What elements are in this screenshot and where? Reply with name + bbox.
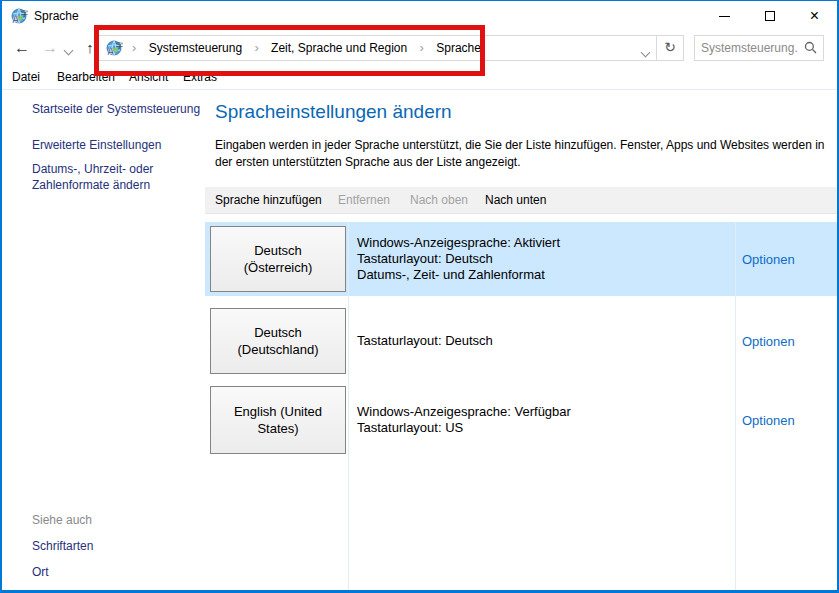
sidebar-item-startseite[interactable]: Startseite der Systemsteuerung [32, 102, 200, 116]
address-globe-icon: A 字 [106, 40, 123, 57]
breadcrumb-separator-icon: › [417, 40, 427, 55]
chevron-down-icon [64, 46, 74, 56]
svg-text:A: A [107, 46, 114, 57]
navigation-bar: ← → ↑ A 字 › Systemsteuerung › Zeit, Spra… [2, 31, 837, 66]
menu-ansicht[interactable]: Ansicht [129, 66, 168, 88]
detail-line: Tastaturlayout: Deutsch [357, 333, 493, 349]
minimize-icon [719, 16, 730, 17]
move-down-button[interactable]: Nach unten [485, 187, 546, 213]
detail-line: Windows-Anzeigesprache: Verfügbar [357, 404, 571, 420]
sidebar-item-datumsformate[interactable]: Datums-, Uhrzeit- oder Zahlenformate änd… [32, 161, 184, 193]
close-button[interactable]: × [792, 1, 837, 31]
back-button[interactable]: ← [10, 31, 34, 66]
language-row-deutsch-oesterreich[interactable]: Deutsch (Österreich) Windows-Anzeigespra… [205, 222, 837, 296]
language-details: Windows-Anzeigesprache: Verfügbar Tastat… [357, 382, 571, 458]
move-up-button: Nach oben [410, 187, 468, 213]
language-tile-button[interactable]: English (United States) [210, 386, 346, 454]
detail-line: Windows-Anzeigesprache: Aktiviert [357, 235, 560, 251]
language-tile-button[interactable]: Deutsch (Österreich) [210, 226, 346, 292]
breadcrumb-item-zeit-sprache-region[interactable]: Zeit, Sprache und Region [265, 41, 413, 55]
list-column-divider [735, 222, 736, 590]
menu-datei[interactable]: Datei [12, 66, 40, 88]
window-title: Sprache [34, 1, 79, 31]
menu-bar: Datei Bearbeiten Ansicht Extras [2, 66, 837, 90]
magnifier-icon[interactable] [804, 41, 817, 54]
sidebar-item-ort[interactable]: Ort [32, 565, 49, 579]
address-dropdown-button[interactable] [642, 45, 649, 59]
language-name: Deutsch (Österreich) [226, 242, 330, 276]
language-row-deutsch-deutschland[interactable]: Deutsch (Deutschland) Tastaturlayout: De… [205, 304, 837, 378]
detail-line: Datums-, Zeit- und Zahlenformat [357, 267, 560, 283]
search-box [694, 35, 824, 61]
svg-text:字: 字 [21, 10, 28, 17]
forward-button: → [38, 31, 62, 66]
detail-line: Tastaturlayout: Deutsch [357, 251, 560, 267]
history-dropdown-button[interactable] [65, 43, 72, 57]
language-name: English (United States) [226, 403, 330, 437]
sidebar-item-erweiterte-einstellungen[interactable]: Erweiterte Einstellungen [32, 138, 161, 152]
breadcrumb: › Systemsteuerung › Zeit, Sprache und Re… [129, 36, 487, 60]
maximize-button[interactable] [747, 1, 792, 31]
page-description: Eingaben werden in jeder Sprache unterst… [215, 137, 839, 171]
page-title: Spracheinstellungen ändern [215, 101, 452, 123]
menu-bearbeiten[interactable]: Bearbeiten [57, 66, 115, 88]
svg-text:字: 字 [116, 42, 123, 49]
chevron-down-icon [641, 48, 651, 58]
window-controls: × [702, 1, 837, 31]
svg-text:A: A [12, 14, 19, 25]
detail-line: Tastaturlayout: US [357, 420, 571, 436]
minimize-button[interactable] [702, 1, 747, 31]
options-link[interactable]: Optionen [742, 252, 795, 267]
control-panel-window: A 字 Sprache × ← → ↑ A 字 › Systemsteuerun… [0, 0, 839, 593]
language-name: Deutsch (Deutschland) [226, 324, 330, 358]
sidebar-item-schriftarten[interactable]: Schriftarten [32, 539, 93, 553]
title-bar: A 字 Sprache × [2, 1, 837, 31]
breadcrumb-separator-icon: › [251, 40, 261, 55]
search-input[interactable] [701, 38, 797, 58]
close-icon: × [810, 8, 819, 24]
maximize-icon [765, 11, 775, 21]
list-toolbar: Sprache hinzufügen Entfernen Nach oben N… [205, 187, 837, 214]
language-row-english-us[interactable]: English (United States) Windows-Anzeiges… [205, 382, 837, 458]
address-bar[interactable]: A 字 › Systemsteuerung › Zeit, Sprache un… [98, 35, 684, 61]
see-also-header: Siehe auch [32, 513, 92, 527]
language-details: Tastaturlayout: Deutsch [357, 304, 493, 378]
breadcrumb-item-systemsteuerung[interactable]: Systemsteuerung [143, 41, 248, 55]
refresh-button[interactable]: ↻ [656, 36, 683, 60]
options-link[interactable]: Optionen [742, 334, 795, 349]
options-link[interactable]: Optionen [742, 413, 795, 428]
language-globe-icon: A 字 [11, 8, 28, 25]
menu-extras[interactable]: Extras [183, 66, 217, 88]
list-column-divider [348, 222, 349, 590]
remove-button: Entfernen [338, 187, 390, 213]
add-language-button[interactable]: Sprache hinzufügen [215, 187, 322, 213]
language-details: Windows-Anzeigesprache: Aktiviert Tastat… [357, 222, 560, 296]
language-tile-button[interactable]: Deutsch (Deutschland) [210, 308, 346, 374]
breadcrumb-item-sprache[interactable]: Sprache [430, 41, 487, 55]
breadcrumb-separator-icon: › [129, 40, 139, 55]
